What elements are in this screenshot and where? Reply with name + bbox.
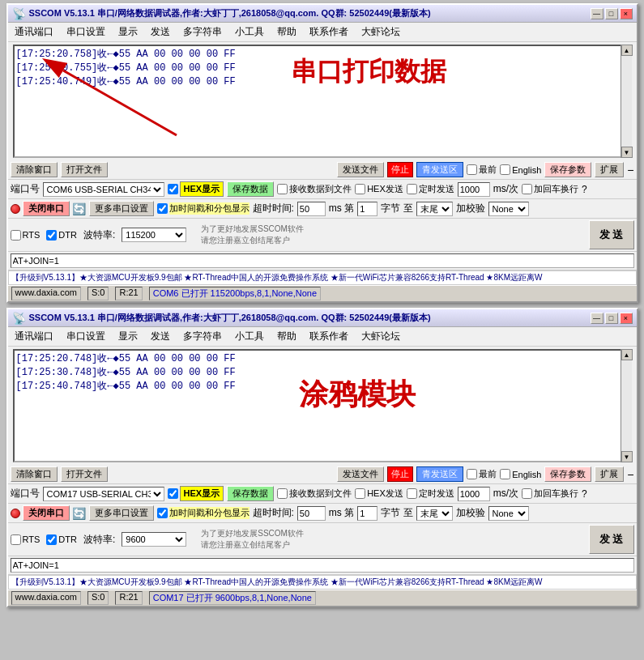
port-select-2[interactable]: COM17 USB-SERIAL CH340 xyxy=(43,487,164,501)
timeout-input-2[interactable] xyxy=(297,506,326,521)
english-checkbox-2[interactable] xyxy=(500,469,510,479)
menu-comm-port-1[interactable]: 通讯端口 xyxy=(11,24,57,40)
minimize-button-1[interactable]: — xyxy=(591,8,603,19)
save-data-btn-1[interactable]: 保存数据 xyxy=(227,181,274,197)
scroll-up-1[interactable]: ▲ xyxy=(621,45,633,56)
more-settings-btn-2[interactable]: 更多串口设置 xyxy=(89,505,154,521)
dtr-checkbox-2[interactable] xyxy=(46,534,57,545)
clear-window-btn-2[interactable]: 清除窗口 xyxy=(11,466,58,482)
send-area-btn-1[interactable]: 青发送区 xyxy=(416,162,463,177)
timed-send-checkbox-1[interactable] xyxy=(407,184,417,194)
scroll-track-1 xyxy=(621,56,632,147)
menu-display-1[interactable]: 显示 xyxy=(115,24,141,40)
send-file-btn-2[interactable]: 发送文件 xyxy=(337,466,384,482)
baud-select-2[interactable]: 9600 xyxy=(122,532,186,547)
expand-btn-1[interactable]: 扩展 xyxy=(595,162,624,177)
menu-port-settings-2[interactable]: 串口设置 xyxy=(63,329,109,344)
menu-contact-2[interactable]: 联系作者 xyxy=(306,329,352,344)
menu-tools-2[interactable]: 小工具 xyxy=(232,329,267,344)
latest-checkbox-2[interactable] xyxy=(467,469,477,479)
hex-display-checkbox-2[interactable] xyxy=(168,488,178,499)
expand-btn-2[interactable]: 扩展 xyxy=(595,466,624,482)
more-settings-btn-1[interactable]: 更多串口设置 xyxy=(89,201,154,216)
english-checkbox-1[interactable] xyxy=(500,164,510,175)
end-select-2[interactable]: 末尾 xyxy=(416,506,453,521)
menu-port-settings-1[interactable]: 串口设置 xyxy=(63,24,109,40)
hex-display-btn-1[interactable]: HEX显示 xyxy=(180,181,224,197)
checksum-select-1[interactable]: None xyxy=(488,202,529,216)
scrollbar-v-2[interactable]: ▲ ▼ xyxy=(621,349,632,462)
send-btn-1[interactable]: 发 送 xyxy=(589,220,634,249)
menu-forum-1[interactable]: 大虾论坛 xyxy=(358,24,403,40)
menu-comm-port-2[interactable]: 通讯端口 xyxy=(11,329,57,344)
byte-num-input-2[interactable] xyxy=(357,506,377,521)
timeout-unit-2: ms 第 xyxy=(329,506,354,520)
timestamp-checkbox-2[interactable] xyxy=(157,508,168,518)
menu-display-2[interactable]: 显示 xyxy=(115,329,141,344)
rts-checkbox-1[interactable] xyxy=(11,230,21,241)
latest-checkbox-1[interactable] xyxy=(467,164,477,175)
big-label-2: 涂鸦模块 xyxy=(299,375,416,415)
scrollbar-v-1[interactable]: ▲ ▼ xyxy=(621,45,632,158)
hex-send-checkbox-2[interactable] xyxy=(355,488,365,499)
menu-send-1[interactable]: 发送 xyxy=(147,24,173,40)
open-file-btn-1[interactable]: 打开文件 xyxy=(61,162,108,177)
close-button-1[interactable]: × xyxy=(620,8,633,19)
save-params-btn-1[interactable]: 保存参数 xyxy=(544,162,591,177)
timed-send-checkbox-2[interactable] xyxy=(407,488,417,499)
stop-btn-1[interactable]: 停止 xyxy=(387,162,413,177)
recv-file-checkbox-2[interactable] xyxy=(277,488,288,499)
hex-send-checkbox-1[interactable] xyxy=(355,184,365,194)
open-file-btn-2[interactable]: 打开文件 xyxy=(61,466,108,482)
save-params-btn-2[interactable]: 保存参数 xyxy=(544,466,591,482)
stop-btn-2[interactable]: 停止 xyxy=(387,466,413,482)
hex-display-btn-2[interactable]: HEX显示 xyxy=(180,486,224,501)
dtr-checkbox-1[interactable] xyxy=(46,230,57,241)
scroll-down-1[interactable]: ▼ xyxy=(621,147,633,158)
menu-contact-1[interactable]: 联系作者 xyxy=(306,24,352,40)
send-btn-2[interactable]: 发 送 xyxy=(589,525,634,554)
menu-multistr-1[interactable]: 多字符串 xyxy=(180,24,225,40)
send-area-btn-2[interactable]: 青发送区 xyxy=(416,466,463,482)
menu-send-2[interactable]: 发送 xyxy=(147,329,173,344)
maximize-button-1[interactable]: □ xyxy=(605,8,618,19)
close-button-2[interactable]: × xyxy=(620,313,633,324)
scroll-down-2[interactable]: ▼ xyxy=(621,451,633,462)
refresh-icon-1[interactable]: 🔄 xyxy=(72,202,86,215)
scroll-up-2[interactable]: ▲ xyxy=(621,349,633,360)
baud-select-1[interactable]: 115200 xyxy=(122,228,186,242)
timed-ms-input-2[interactable] xyxy=(458,487,490,501)
control-row3-2: 关闭串口 🔄 更多串口设置 加时间戳和分包显示 超时时间: ms 第 字节 至 … xyxy=(8,504,637,523)
minimize-button-2[interactable]: — xyxy=(591,313,603,324)
menu-forum-2[interactable]: 大虾论坛 xyxy=(358,329,403,344)
checksum-select-2[interactable]: None xyxy=(488,506,529,521)
clear-window-btn-1[interactable]: 清除窗口 xyxy=(11,162,58,177)
maximize-button-2[interactable]: □ xyxy=(605,313,618,324)
english-checkbox-label-1: English xyxy=(500,164,541,175)
port-select-1[interactable]: COM6 USB-SERIAL CH340 xyxy=(43,182,164,197)
timed-ms-input-1[interactable] xyxy=(458,182,490,197)
rts-checkbox-2[interactable] xyxy=(11,534,21,545)
timestamp-label-1: 加时间戳和分包显示 xyxy=(157,202,249,215)
save-data-btn-2[interactable]: 保存数据 xyxy=(227,486,274,501)
timeout-input-1[interactable] xyxy=(297,202,326,216)
send-input-1[interactable] xyxy=(11,253,634,268)
send-input-2[interactable] xyxy=(11,558,634,573)
menu-help-1[interactable]: 帮助 xyxy=(274,24,300,40)
close-port-btn-1[interactable]: 关闭串口 xyxy=(23,201,70,216)
send-file-btn-1[interactable]: 发送文件 xyxy=(337,162,384,177)
refresh-icon-2[interactable]: 🔄 xyxy=(72,507,86,520)
add-newline-checkbox-2[interactable] xyxy=(522,488,532,499)
control-row2-1: 端口号 COM6 USB-SERIAL CH340 HEX显示 保存数据 接收数… xyxy=(8,180,637,199)
timestamp-checkbox-1[interactable] xyxy=(157,203,168,214)
recv-file-checkbox-1[interactable] xyxy=(277,184,288,194)
byte-num-input-1[interactable] xyxy=(357,202,377,216)
status-r-2: R:21 xyxy=(115,591,142,605)
menu-multistr-2[interactable]: 多字符串 xyxy=(180,329,225,344)
menu-tools-1[interactable]: 小工具 xyxy=(232,24,267,40)
end-select-1[interactable]: 末尾 xyxy=(416,202,453,216)
hex-display-checkbox-1[interactable] xyxy=(168,184,178,194)
menu-help-2[interactable]: 帮助 xyxy=(274,329,300,344)
close-port-btn-2[interactable]: 关闭串口 xyxy=(23,505,70,521)
add-newline-checkbox-1[interactable] xyxy=(522,184,532,194)
